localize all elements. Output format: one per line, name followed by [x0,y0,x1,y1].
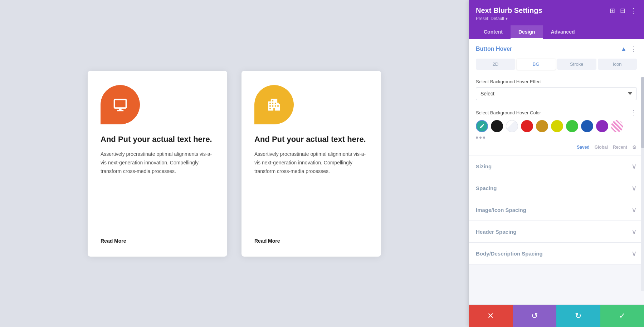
monitor-icon [112,97,128,113]
color-swatch-yellow[interactable] [551,120,563,132]
color-swatch-green[interactable] [566,120,578,132]
color-tabs-row: Saved Global Recent ⚙ [469,143,644,155]
panel-body: Button Hover ▲ ⋮ 2D BG Stroke Icon Selec… [469,39,644,304]
panel-scrollbar-thumb[interactable] [641,77,644,148]
blurb-icon-wrap-2 [254,85,294,124]
canvas-area: And Put your actual text here. Assertive… [0,0,469,327]
button-hover-header: Button Hover ▲ ⋮ [469,39,644,59]
blurb-body-1: Assertively procrastinate optimal alignm… [101,150,214,175]
body-description-spacing-title: Body/Description Spacing [476,251,543,257]
color-swatch-teal[interactable] [476,120,488,132]
color-swatch-white[interactable] [506,120,518,132]
cancel-button[interactable]: ✕ [469,305,513,327]
body-description-spacing-header[interactable]: Body/Description Spacing ∨ [469,243,644,264]
image-icon-spacing-title: Image/Icon Spacing [476,207,526,213]
bg-color-label-row: Select Background Hover Color ⋮ [469,106,644,120]
panel-preset[interactable]: Preset: Default ▾ [476,16,637,21]
dot-3 [483,137,485,139]
redo-button[interactable]: ↻ [556,305,600,327]
panel-tabs: Content Design Advanced [476,25,637,39]
bg-effect-select[interactable]: Select Fade Slide Radial Rectangle Snake [476,87,637,100]
bg-color-more-icon[interactable]: ⋮ [630,109,637,117]
panel-footer: ✕ ↺ ↻ ✓ [469,304,644,327]
image-icon-spacing-section: Image/Icon Spacing ∨ [469,199,644,221]
read-more-link-2[interactable]: Read More [254,238,368,244]
spacing-section: Spacing ∨ [469,177,644,199]
body-description-spacing-chevron-icon: ∨ [631,250,637,257]
spacing-title: Spacing [476,185,497,191]
dot-2 [479,137,482,139]
section-more-icon[interactable]: ⋮ [630,45,637,53]
tab-content[interactable]: Content [476,25,511,39]
color-swatch-blue[interactable] [581,120,593,132]
image-icon-spacing-chevron-icon: ∨ [631,206,637,213]
color-swatch-gold[interactable] [536,120,548,132]
sub-tab-bg[interactable]: BG [517,59,556,70]
save-button[interactable]: ✓ [600,305,644,327]
header-spacing-chevron-icon: ∨ [631,228,637,235]
columns-icon[interactable]: ⊟ [620,7,625,15]
blurb-card-1: And Put your actual text here. Assertive… [88,71,227,257]
settings-panel: Next Blurb Settings ⊞ ⊟ ⋮ Preset: Defaul… [469,0,644,327]
bg-effect-field-group: Select Background Hover Effect Select Fa… [469,75,644,106]
swatch-dots [469,135,644,143]
header-spacing-title: Header Spacing [476,229,516,235]
section-up-chevron[interactable]: ▲ [620,45,627,53]
color-swatches-row [469,120,644,135]
panel-title: Next Blurb Settings [476,6,542,15]
sub-tab-stroke[interactable]: Stroke [557,59,596,70]
spacing-header[interactable]: Spacing ∨ [469,177,644,199]
color-tab-global[interactable]: Global [595,145,608,150]
panel-scrollbar [641,77,644,291]
pencil-icon [479,123,485,129]
sub-tab-icon[interactable]: Icon [598,59,637,70]
button-hover-section: Button Hover ▲ ⋮ 2D BG Stroke Icon Selec… [469,39,644,155]
dot-1 [476,137,478,139]
sub-tab-2d[interactable]: 2D [476,59,515,70]
bg-color-label: Select Background Hover Color [476,110,541,115]
button-hover-sub-tabs: 2D BG Stroke Icon [469,59,644,75]
sizing-header[interactable]: Sizing ∨ [469,155,644,177]
bg-effect-label: Select Background Hover Effect [476,79,637,84]
body-description-spacing-section: Body/Description Spacing ∨ [469,243,644,264]
image-icon-spacing-header[interactable]: Image/Icon Spacing ∨ [469,199,644,221]
building-icon [266,97,282,113]
color-tab-recent[interactable]: Recent [613,145,627,150]
button-hover-section-title: Button Hover [476,46,512,52]
responsive-icon[interactable]: ⊞ [610,7,615,15]
tab-advanced[interactable]: Advanced [543,25,583,39]
color-swatch-black[interactable] [491,120,503,132]
more-options-icon[interactable]: ⋮ [630,7,637,15]
header-spacing-section: Header Spacing ∨ [469,221,644,243]
sizing-title: Sizing [476,163,492,169]
sizing-section: Sizing ∨ [469,155,644,177]
color-swatch-striped[interactable] [611,120,623,132]
color-settings-gear-icon[interactable]: ⚙ [632,144,637,150]
blurb-title-2: And Put your actual text here. [254,134,368,145]
color-swatch-purple[interactable] [596,120,608,132]
blurb-icon-wrap-1 [101,85,140,124]
reset-button[interactable]: ↺ [513,305,557,327]
spacing-chevron-icon: ∨ [631,184,637,192]
sizing-chevron-icon: ∨ [631,163,637,170]
tab-design[interactable]: Design [511,25,543,39]
header-spacing-header[interactable]: Header Spacing ∨ [469,221,644,242]
panel-header-top: Next Blurb Settings ⊞ ⊟ ⋮ [476,6,637,15]
blurb-card-2: And Put your actual text here. Assertive… [241,71,381,257]
color-swatch-red[interactable] [521,120,533,132]
panel-header-icons: ⊞ ⊟ ⋮ [610,7,637,15]
panel-header: Next Blurb Settings ⊞ ⊟ ⋮ Preset: Defaul… [469,0,644,39]
blurb-title-1: And Put your actual text here. [101,134,214,145]
color-tab-saved[interactable]: Saved [577,145,589,150]
read-more-link-1[interactable]: Read More [101,238,214,244]
blurb-body-2: Assertively procrastinate optimal alignm… [254,150,368,175]
button-hover-header-right: ▲ ⋮ [620,45,637,53]
